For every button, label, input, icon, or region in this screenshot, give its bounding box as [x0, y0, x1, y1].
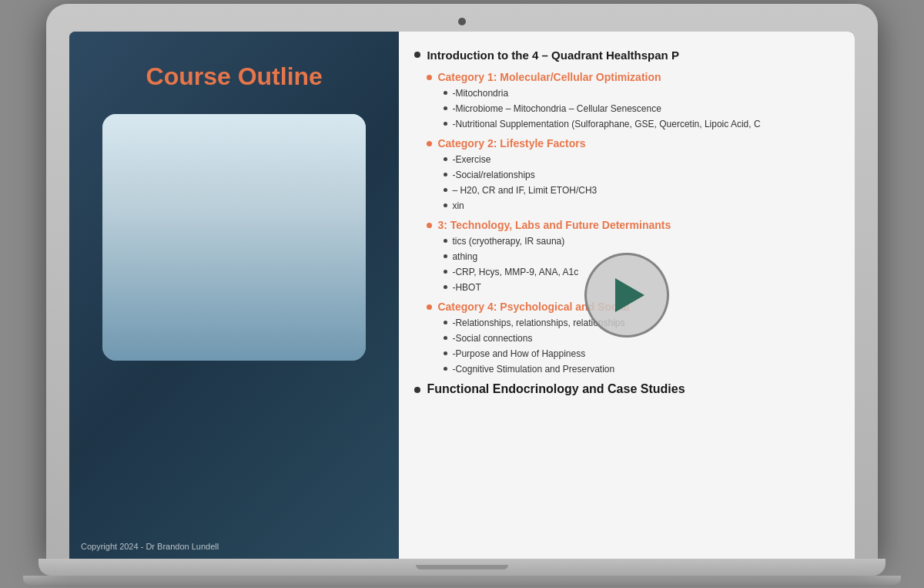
category-2-items: -Exercise -Social/relationships – H20, C…: [444, 153, 842, 213]
bottom-bullet-dot: [414, 387, 420, 393]
sub-dot: [444, 203, 447, 207]
sub-dot: [444, 106, 447, 110]
laptop-base: [38, 559, 886, 576]
main-bullet-dot: [414, 52, 420, 58]
category-1-items: -Mitochondria -Microbiome – Mitochondria…: [444, 86, 842, 131]
sub-dot: [444, 239, 447, 243]
cat-4-dot: [427, 304, 432, 310]
sub-dot: [444, 173, 447, 176]
right-panel: Introduction to the 4 – Quadrant Healths…: [399, 32, 855, 559]
meeting-scene: [102, 114, 366, 361]
course-title: Course Outline: [146, 62, 323, 91]
list-item: -Purpose and How of Happiness: [444, 347, 842, 361]
cat-3-dot: [427, 223, 432, 228]
play-icon: [615, 278, 644, 312]
sub-dot: [444, 91, 447, 95]
list-item: tics (cryotherapy, IR sauna): [444, 234, 842, 248]
sub-dot: [444, 157, 447, 161]
left-panel: Course Outline: [69, 32, 399, 559]
list-item: xin: [444, 199, 842, 213]
meeting-background: [102, 114, 366, 361]
cat-2-dot: [427, 141, 432, 146]
play-button[interactable]: [584, 253, 669, 338]
category-2-section: Category 2: Lifestyle Factors -Exercise …: [427, 137, 842, 213]
list-item: -Nutritional Supplementation (Sulforapha…: [444, 117, 842, 131]
sub-dot: [444, 285, 447, 289]
list-item: -Social/relationships: [444, 168, 842, 182]
laptop-bottom-bar: [23, 576, 901, 585]
category-1-title: Category 1: Molecular/Cellular Optimizat…: [427, 71, 842, 83]
sub-dot: [444, 188, 447, 192]
sub-dot: [444, 336, 447, 340]
sub-dot: [444, 351, 447, 355]
category-3-title: 3: Technology, Labs and Future Determina…: [427, 219, 842, 231]
category-1-section: Category 1: Molecular/Cellular Optimizat…: [427, 71, 842, 131]
list-item: – H20, CR and IF, Limit ETOH/CH3: [444, 183, 842, 197]
laptop-screen: Course Outline: [69, 32, 855, 559]
sub-dot: [444, 122, 447, 126]
sub-dot: [444, 270, 447, 274]
camera-notch: [458, 18, 466, 25]
list-item: -Mitochondria: [444, 86, 842, 100]
list-item: -Microbiome – Mitochondria – Cellular Se…: [444, 102, 842, 116]
sub-dot: [444, 254, 447, 258]
list-item: -Cognitive Stimulation and Preservation: [444, 362, 842, 376]
category-2-title: Category 2: Lifestyle Factors: [427, 137, 842, 150]
sub-dot: [444, 367, 447, 371]
main-bullet-1: Introduction to the 4 – Quadrant Healths…: [414, 47, 842, 63]
sub-dot: [444, 321, 447, 324]
meeting-image: [102, 114, 366, 361]
laptop-outer: Course Outline: [46, 4, 878, 559]
copyright-text: Copyright 2024 - Dr Brandon Lundell: [81, 542, 219, 551]
cat-1-dot: [427, 75, 432, 80]
main-bullet-text-1: Introduction to the 4 – Quadrant Healths…: [427, 47, 679, 63]
list-item: -Exercise: [444, 153, 842, 166]
bottom-bullet: Functional Endocrinology and Case Studie…: [414, 382, 842, 396]
bottom-bullet-text: Functional Endocrinology and Case Studie…: [427, 382, 685, 396]
